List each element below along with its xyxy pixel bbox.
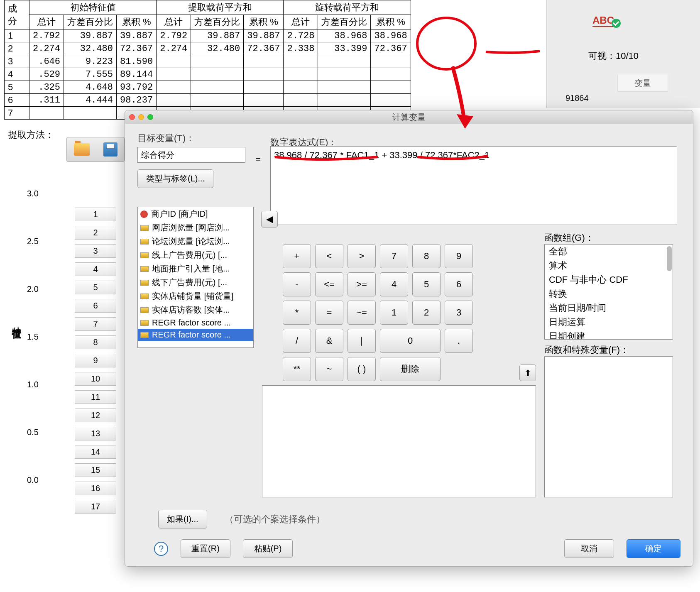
keypad-key[interactable]: - (283, 272, 311, 296)
keypad-key[interactable]: 1 (380, 301, 408, 325)
keypad-key[interactable]: 9 (445, 244, 473, 268)
function-special-list[interactable] (544, 356, 673, 497)
component-cell: 3 (5, 55, 29, 68)
table-row: 5.3254.64893.792 (5, 81, 411, 94)
row-header[interactable]: 14 (75, 445, 116, 459)
keypad-key[interactable]: 6 (445, 272, 473, 296)
keypad-key[interactable]: 0 (380, 329, 441, 353)
expression-input[interactable]: 38.968 / 72.367 * FAC1_1 + 33.399 / 72.3… (270, 146, 677, 225)
variable-item[interactable]: 线上广告费用(元) [... (138, 248, 253, 262)
keypad-key[interactable]: > (348, 244, 376, 268)
row-header[interactable]: 15 (75, 463, 116, 477)
keypad-key[interactable]: 8 (412, 244, 441, 268)
function-group-item[interactable]: 全部 (545, 245, 673, 259)
keypad-key[interactable]: & (315, 329, 343, 353)
component-cell: 2 (5, 42, 29, 55)
row-header[interactable]: 16 (75, 482, 116, 495)
row-header[interactable]: 7 (75, 317, 116, 331)
keypad-key[interactable]: ** (283, 357, 311, 381)
value-cell: 2.338 (284, 42, 318, 55)
function-group-item[interactable]: 算术 (545, 259, 673, 273)
close-icon[interactable] (129, 114, 135, 120)
row-header[interactable]: 13 (75, 427, 116, 440)
variable-item[interactable]: 地面推广引入量 [地... (138, 262, 253, 276)
help-button[interactable]: ? (154, 542, 168, 556)
minimize-icon[interactable] (138, 114, 144, 120)
row-header[interactable]: 9 (75, 354, 116, 367)
scale-icon (140, 280, 149, 286)
row-header[interactable]: 4 (75, 262, 116, 276)
value-cell (157, 55, 191, 68)
keypad-key[interactable]: <= (315, 272, 343, 296)
function-group-item[interactable]: 日期运算 (545, 315, 673, 329)
function-group-item[interactable]: 日期创建 (545, 329, 673, 340)
variable-list[interactable]: 商户ID [商户ID]网店浏览量 [网店浏...论坛浏览量 [论坛浏...线上广… (137, 207, 254, 348)
keypad-key[interactable]: 2 (412, 301, 441, 325)
dialog-titlebar[interactable]: 计算变量 (125, 110, 693, 124)
keypad-key[interactable]: / (283, 329, 311, 353)
target-var-input[interactable] (137, 147, 245, 163)
variable-label: 实体店访客数 [实体... (152, 304, 230, 316)
scrollbar-thumb[interactable] (667, 246, 672, 271)
value-cell: 32.480 (64, 42, 117, 55)
variable-item[interactable]: REGR factor score ... (138, 329, 253, 341)
row-header[interactable]: 11 (75, 390, 116, 404)
variable-item[interactable]: REGR factor score ... (138, 317, 253, 329)
ok-button[interactable]: 确定 (627, 539, 680, 558)
variable-item[interactable]: 实体店铺货量 [铺货量] (138, 289, 253, 303)
keypad-key[interactable]: 4 (380, 272, 408, 296)
function-group-list[interactable]: 全部算术CDF 与非中心 CDF转换当前日期/时间日期运算日期创建 (544, 244, 673, 340)
keypad-key[interactable]: ~= (348, 301, 376, 325)
value-cell: 93.792 (117, 81, 157, 94)
if-button[interactable]: 如果(I)... (158, 510, 207, 528)
value-cell (371, 55, 411, 68)
value-cell (64, 107, 117, 120)
keypad-key[interactable]: ( ) (348, 357, 376, 381)
keypad-key[interactable]: * (283, 301, 311, 325)
variable-item[interactable]: 论坛浏览量 [论坛浏... (138, 235, 253, 248)
scale-icon (140, 320, 149, 326)
variable-item[interactable]: 商户ID [商户ID] (138, 207, 253, 221)
row-header[interactable]: 5 (75, 281, 116, 294)
row-header[interactable]: 10 (75, 372, 116, 386)
open-icon[interactable] (74, 143, 90, 156)
keypad-key[interactable]: 3 (445, 301, 473, 325)
row-header[interactable]: 3 (75, 244, 116, 258)
paste-button[interactable]: 粘贴(P) (243, 539, 293, 558)
zoom-icon[interactable] (147, 114, 153, 120)
row-header[interactable]: 8 (75, 335, 116, 349)
keypad-key[interactable]: 删除 (380, 357, 441, 381)
type-label-button[interactable]: 类型与标签(L)... (137, 169, 213, 188)
function-group-item[interactable]: CDF 与非中心 CDF (545, 273, 673, 287)
save-icon[interactable] (103, 142, 117, 157)
function-group-item[interactable]: 当前日期/时间 (545, 301, 673, 315)
row-header[interactable]: 12 (75, 409, 116, 422)
row-header[interactable]: 17 (75, 500, 116, 514)
variable-item[interactable]: 网店浏览量 [网店浏... (138, 221, 253, 235)
move-arrow-button[interactable]: ◀ (261, 211, 278, 228)
variable-label: 线下广告费用(元) [... (152, 277, 227, 288)
reset-button[interactable]: 重置(R) (181, 539, 230, 558)
keypad-key[interactable]: ~ (315, 357, 343, 381)
value-cell (29, 107, 64, 120)
keypad-key[interactable]: >= (348, 272, 376, 296)
variable-item[interactable]: 实体店访客数 [实体... (138, 303, 253, 317)
variable-item[interactable]: 线下广告费用(元) [... (138, 276, 253, 289)
row-header[interactable]: 1 (75, 208, 116, 221)
row-header[interactable]: 2 (75, 226, 116, 240)
keypad-key[interactable]: 5 (412, 272, 441, 296)
function-group-item[interactable]: 转换 (545, 287, 673, 301)
keypad-key[interactable]: . (445, 329, 473, 353)
keypad-key[interactable]: = (315, 301, 343, 325)
keypad-key[interactable]: + (283, 244, 311, 268)
y-tick: 2.0 (27, 284, 39, 294)
spellcheck-icon[interactable]: ABC (592, 15, 614, 27)
keypad-key[interactable]: < (315, 244, 343, 268)
cancel-button[interactable]: 取消 (564, 539, 614, 558)
keypad-key[interactable]: 7 (380, 244, 408, 268)
variable-label: 实体店铺货量 [铺货量] (152, 291, 234, 302)
keypad-key[interactable]: | (348, 329, 376, 353)
insert-function-button[interactable]: ⬆ (519, 364, 536, 381)
row-header[interactable]: 6 (75, 299, 116, 313)
arrow-up-icon: ⬆ (524, 368, 531, 378)
